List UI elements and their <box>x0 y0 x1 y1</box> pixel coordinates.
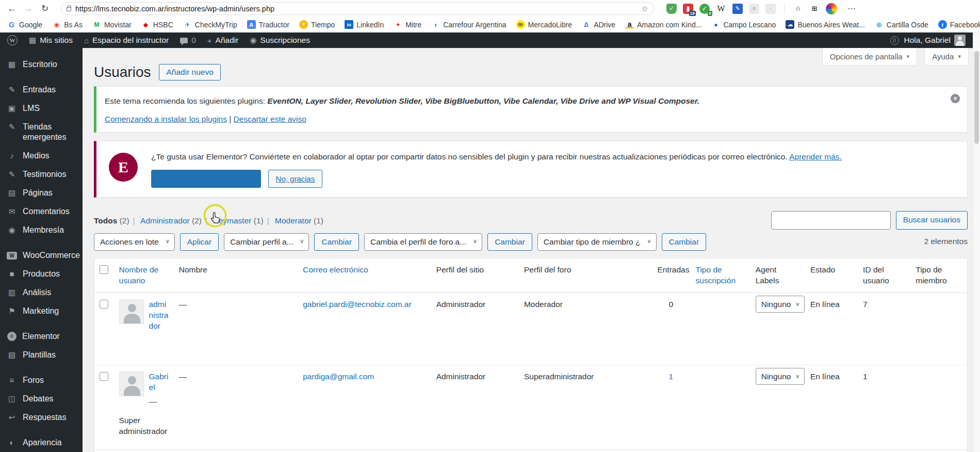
bookmark-tiempo[interactable]: ☀Tiempo <box>299 20 335 29</box>
agent-label-select[interactable]: Ninguno∨ <box>756 296 805 313</box>
search-users-button[interactable]: Buscar usuarios <box>896 211 968 230</box>
back-icon[interactable]: ← <box>5 2 19 15</box>
my-sites-menu[interactable]: ▦Mis sitios <box>29 36 73 45</box>
comments-menu[interactable]: 0 <box>180 36 196 45</box>
screen-options-button[interactable]: Opciones de pantalla▾ <box>822 48 917 66</box>
bookmark-osde[interactable]: ⊕Cartilla Osde <box>875 20 928 29</box>
elementor-icon: ≡ <box>7 332 17 341</box>
favorites-hub-icon[interactable]: ☆ <box>793 4 803 14</box>
posts-count-link[interactable]: 1 <box>657 372 673 382</box>
change-forum-role-button[interactable]: Cambiar <box>487 233 532 251</box>
bookmark-mitre[interactable]: ✦Mitre <box>394 20 421 29</box>
change-member-type-select[interactable]: Cambiar tipo de miembro ¿∨ <box>537 233 657 251</box>
scrollbar-thumb[interactable] <box>974 51 979 144</box>
extension-icon-2[interactable]: ◦ <box>765 4 776 14</box>
wordpress-logo-icon[interactable]: W <box>7 35 18 45</box>
bookmark-movistar[interactable]: MMovistar <box>92 20 132 29</box>
sidebar-item-label: Testimonios <box>23 169 66 180</box>
install-plugins-link[interactable]: Comenzando a instalar los plugins <box>105 115 227 123</box>
sidebar-item-woocommerce[interactable]: WWooCommerce <box>0 246 83 265</box>
bookmark-adrive[interactable]: ΔADrive <box>582 20 615 29</box>
sort-email-header[interactable]: Correo electrónico <box>303 265 368 274</box>
sidebar-item-escritorio[interactable]: ▦Escritorio <box>0 55 83 74</box>
view-administrador[interactable]: Administrador <box>140 216 190 225</box>
sidebar-item-paginas[interactable]: ▤Páginas <box>0 184 83 202</box>
bookmark-ba-weather[interactable]: ☁Buenos Aires Weat... <box>786 20 864 29</box>
sidebar-item-respuestas[interactable]: ↩Respuestas <box>0 408 83 427</box>
row-checkbox[interactable] <box>100 372 108 381</box>
sidebar-item-apariencia[interactable]: ◐Apariencia <box>0 433 83 452</box>
search-users-input[interactable] <box>771 211 891 230</box>
learn-more-link[interactable]: Aprender más. <box>789 152 842 161</box>
refresh-icon[interactable]: ↻ <box>38 2 52 15</box>
select-all-checkbox[interactable] <box>100 265 108 274</box>
bookmark-mercadolibre[interactable]: mMercadoLibre <box>516 20 573 29</box>
bookmark-checkmytrip[interactable]: ✈CheckMyTrip <box>183 20 237 29</box>
sidebar-item-analisis[interactable]: ▥Análisis <box>0 283 83 302</box>
dismiss-notice-link[interactable]: Descartar este aviso <box>234 115 306 123</box>
notifications-icon[interactable]: 0 <box>890 36 899 45</box>
bookmark-campo-lescano[interactable]: ●Campo Lescano <box>711 20 776 29</box>
bookmark-facebook[interactable]: fFacebook <box>938 20 980 29</box>
page-scrollbar[interactable] <box>973 33 980 452</box>
picker-extension-icon[interactable]: ✎ <box>732 4 743 14</box>
subscriptions-menu[interactable]: ◉Suscripciones <box>250 36 310 45</box>
sidebar-item-medios[interactable]: ♪Medios <box>0 147 83 165</box>
change-forum-role-select[interactable]: Cambia el perfil de foro a...∨ <box>364 233 482 251</box>
bookmark-google[interactable]: GGoogle <box>7 20 42 29</box>
bookmark-linkedin[interactable]: inLinkedIn <box>345 20 384 29</box>
bulk-actions-select[interactable]: Acciones en lote∨ <box>94 233 175 251</box>
browser-profile-avatar[interactable] <box>826 3 837 14</box>
site-menu[interactable]: ⌂Espacio del instructor <box>84 36 169 45</box>
extension-icon-1[interactable]: n <box>749 4 759 14</box>
email-link[interactable]: gabriel.pardi@tecnobiz.com.ar <box>303 300 411 309</box>
sidebar-item-testimonios[interactable]: ✎Testimonios <box>0 165 83 184</box>
username-link[interactable]: Gabriel <box>149 372 169 392</box>
sort-username-header[interactable]: Nombre de usuario <box>119 265 159 285</box>
sidebar-item-marketing[interactable]: ⚑Marketing <box>0 302 83 320</box>
bookmark-carrefour[interactable]: ‹Carrefour Argentina <box>431 20 506 29</box>
close-icon[interactable]: × <box>951 94 960 103</box>
address-bar[interactable]: https://lms.tecnobiz.com.ar/instructores… <box>61 2 654 15</box>
account-menu[interactable]: Hola, Gabriel <box>904 35 966 46</box>
bookmark-bsas[interactable]: ◉Bs As <box>52 20 83 29</box>
change-member-type-button[interactable]: Cambiar <box>662 233 707 251</box>
view-todos[interactable]: Todos (2) <box>94 216 129 225</box>
sidebar-item-tiendas-emergentes[interactable]: ✎Tiendas emergentes <box>0 118 83 147</box>
adblock-shield-icon[interactable]: ✓ <box>666 4 677 14</box>
add-new-user-button[interactable]: Añadir nuevo <box>159 64 220 80</box>
browser-menu-icon[interactable]: ⋯ <box>847 4 856 13</box>
bookmark-amazon[interactable]: aAmazon com Kind... <box>625 21 701 29</box>
antivirus-check-icon[interactable]: ✓0 <box>699 4 710 14</box>
sidebar-item-entradas[interactable]: ✎Entradas <box>0 80 83 99</box>
elementor-accept-button[interactable]: ¡Claro!, me gustaría ayudar <box>151 170 261 188</box>
sidebar-item-comentarios[interactable]: ✉Comentarios <box>0 202 83 221</box>
wikipedia-icon[interactable]: W <box>716 4 726 14</box>
bookmark-hsbc[interactable]: ◆HSBC <box>141 20 173 29</box>
sidebar-item-elementor[interactable]: ≡Elementor <box>0 327 83 346</box>
sidebar-item-membresia[interactable]: ◉Membresía <box>0 221 83 239</box>
sidebar-item-foros[interactable]: ≡Foros <box>0 371 83 390</box>
sort-subscription-header[interactable]: Tipo de suscripción <box>696 265 736 285</box>
sidebar-item-lms[interactable]: ▣LMS <box>0 99 83 118</box>
username-link[interactable]: administrador <box>149 300 169 330</box>
collections-icon[interactable]: ⊞ <box>809 4 820 14</box>
change-role-select[interactable]: Cambiar perfil a...∨ <box>224 233 309 251</box>
change-role-button[interactable]: Cambiar <box>314 233 359 251</box>
sidebar-item-debates[interactable]: ◫Debates <box>0 390 83 408</box>
row-checkbox[interactable] <box>100 300 108 309</box>
email-link[interactable]: pardiga@gmail.com <box>303 372 374 381</box>
sidebar-item-productos[interactable]: ■Productos <box>0 265 83 283</box>
agent-label-select[interactable]: Ninguno∨ <box>756 368 805 385</box>
url-text[interactable]: https://lms.tecnobiz.com.ar/instructores… <box>75 5 638 13</box>
password-manager-icon[interactable]: ▮19 <box>683 4 693 14</box>
new-content-menu[interactable]: +Añadir <box>207 36 239 45</box>
apply-button[interactable]: Aplicar <box>180 233 219 251</box>
view-moderator[interactable]: Moderator <box>275 216 312 225</box>
sidebar-item-plantillas[interactable]: ▧Plantillas <box>0 346 83 364</box>
forward-icon[interactable]: → <box>22 2 35 15</box>
add-favorite-icon[interactable]: ☆ <box>642 4 648 13</box>
elementor-decline-button[interactable]: No, gracias <box>268 170 323 188</box>
bookmark-traductor[interactable]: ATraductor <box>247 20 289 29</box>
help-button[interactable]: Ayuda▾ <box>924 48 969 66</box>
